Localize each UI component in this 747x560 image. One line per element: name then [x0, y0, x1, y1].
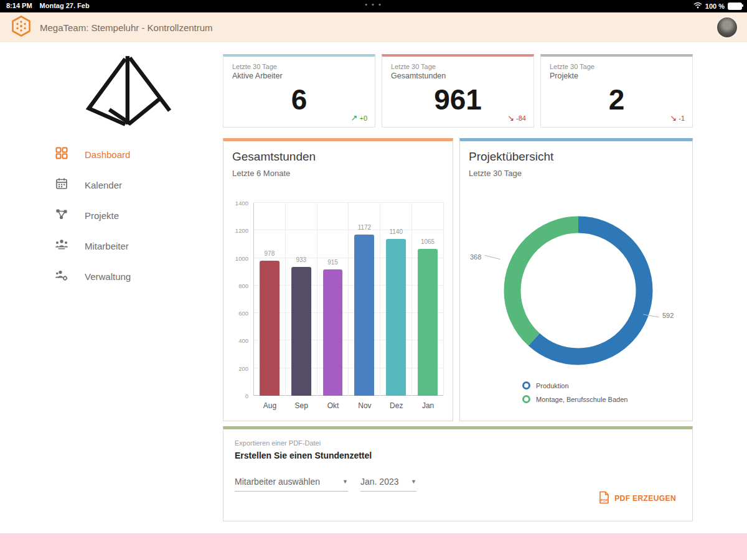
stat-card-period: Letzte 30 Tage — [232, 63, 366, 70]
legend-ring-icon — [522, 381, 530, 390]
bar-value-label: 1172 — [358, 224, 372, 231]
pdf-generate-label: PDF ERZEUGEN — [614, 494, 676, 503]
bar-chart-plot: 978933915117211401065 — [253, 203, 444, 396]
chevron-down-icon: ▼ — [342, 478, 348, 485]
trend: ↗+0 — [351, 114, 367, 122]
bar-x-tick: Dez — [380, 401, 412, 410]
status-time: 8:14 PM — [6, 2, 32, 9]
battery-percent: 100 % — [705, 2, 725, 10]
legend-item: Produktion — [522, 381, 627, 390]
trend-arrow-icon: ↗ — [351, 114, 358, 122]
trend-value: -84 — [516, 114, 526, 122]
legend-label: Montage, Berufsschule Baden — [536, 396, 627, 403]
donut-chart — [490, 202, 667, 379]
sidebar-item-kalender[interactable]: Kalender — [55, 175, 131, 194]
footer-strip — [0, 533, 747, 560]
trend: ↘-84 — [507, 114, 526, 122]
sidebar-item-label: Kalender — [85, 180, 122, 190]
donut-legend: ProduktionMontage, Berufsschule Baden — [522, 381, 627, 403]
bar-x-tick: Okt — [317, 401, 349, 410]
stat-card-value: 961 — [382, 83, 533, 116]
employees-group-icon — [55, 238, 68, 254]
company-logo — [80, 54, 173, 129]
status-date: Montag 27. Feb — [40, 2, 90, 9]
export-panel: Exportieren einer PDF-Datei Erstellen Si… — [223, 426, 693, 521]
app-header: MegaTeam: Stempeluhr - Kontrollzentrum — [0, 12, 747, 42]
legend-ring-icon — [522, 395, 530, 403]
trend-value: -1 — [679, 114, 685, 122]
export-subtitle: Exportieren einer PDF-Datei — [235, 439, 681, 447]
administration-icon — [55, 268, 68, 284]
sidebar-item-verwaltung[interactable]: Verwaltung — [55, 267, 131, 286]
stat-card-value: 6 — [223, 83, 375, 116]
stat-cards-row: Letzte 30 Tage Aktive Arbeiter 6 ↗+0 Let… — [223, 54, 693, 128]
trend-arrow-icon: ↘ — [507, 114, 514, 122]
status-bar: 8:14 PM Montag 27. Feb • • • 100 % — [0, 0, 747, 12]
employee-select[interactable]: Mitarbeiter auswählen ▼ — [235, 477, 348, 492]
bar-value-label: 1140 — [389, 228, 403, 235]
bar — [418, 249, 438, 396]
dashboard-grid-icon — [55, 146, 68, 162]
bar — [386, 239, 406, 396]
sidebar-item-label: Dashboard — [85, 149, 130, 160]
bar-value-label: 978 — [265, 250, 275, 257]
sidebar-item-mitarbeiter[interactable]: Mitarbeiter — [55, 236, 131, 255]
trend-arrow-icon: ↘ — [670, 114, 677, 122]
bar-x-tick: Nov — [349, 401, 380, 410]
sidebar-item-label: Projekte — [85, 210, 119, 221]
donut-chart-title: Projektübersicht — [469, 150, 684, 164]
donut-value-blue: 592 — [662, 312, 674, 319]
projects-network-icon — [55, 207, 68, 223]
trend: ↘-1 — [670, 114, 685, 122]
month-select[interactable]: Jan. 2023 ▼ — [360, 477, 416, 492]
bar-chart-title: Gesamtstunden — [232, 150, 444, 164]
bar-value-label: 1065 — [421, 238, 435, 245]
bar-x-tick: Sep — [286, 401, 317, 410]
donut-value-callout: 592 — [643, 312, 674, 319]
donut-value-callout: 368 — [470, 253, 500, 261]
callout-line — [643, 314, 659, 317]
donut-chart-panel: Projektübersicht Letzte 30 Tage 368 592 … — [459, 138, 693, 421]
bar-column: 933 — [286, 203, 317, 396]
trend-value: +0 — [359, 114, 367, 122]
bar-column: 1065 — [412, 203, 444, 396]
screen: 8:14 PM Montag 27. Feb • • • 100 % MegaT… — [0, 0, 747, 560]
svg-text:PDF: PDF — [601, 498, 609, 502]
pdf-file-icon: PDF — [599, 491, 609, 506]
stat-card: Letzte 30 Tage Gesamtstunden 961 ↘-84 — [382, 54, 534, 128]
multitask-handle-dots: • • • — [365, 1, 382, 8]
bar — [323, 269, 343, 396]
sidebar-nav: Dashboard Kalender Projekte — [55, 145, 131, 286]
stat-card-label: Aktive Arbeiter — [232, 72, 366, 80]
stat-card-label: Gesamtstunden — [391, 72, 525, 80]
app-title: MegaTeam: Stempeluhr - Kontrollzentrum — [40, 22, 213, 33]
month-select-value: Jan. 2023 — [360, 477, 399, 487]
pdf-generate-button[interactable]: PDF PDF ERZEUGEN — [599, 491, 676, 506]
legend-label: Produktion — [536, 382, 569, 390]
sidebar-item-projekte[interactable]: Projekte — [55, 206, 131, 225]
bar-value-label: 933 — [296, 256, 306, 263]
stat-card: Letzte 30 Tage Aktive Arbeiter 6 ↗+0 — [223, 54, 375, 128]
bar-chart-subtitle: Letzte 6 Monate — [232, 169, 444, 178]
bar-x-tick: Aug — [254, 401, 286, 410]
sidebar-item-dashboard[interactable]: Dashboard — [55, 145, 131, 164]
bar-column: 1140 — [380, 203, 412, 396]
user-avatar[interactable] — [716, 16, 738, 39]
sidebar-item-label: Mitarbeiter — [85, 241, 129, 251]
battery-icon — [728, 2, 742, 10]
bar-column: 1172 — [349, 203, 380, 396]
bar — [291, 267, 311, 396]
employee-select-value: Mitarbeiter auswählen — [235, 477, 320, 487]
export-title: Erstellen Sie einen Stundenzettel — [235, 450, 681, 460]
bar — [260, 261, 280, 396]
bar-chart-xaxis: AugSepOktNovDezJan — [254, 401, 444, 410]
bar-column: 978 — [254, 203, 286, 396]
wifi-icon — [693, 2, 702, 10]
stat-card-period: Letzte 30 Tage — [391, 63, 525, 70]
donut-chart-subtitle: Letzte 30 Tage — [469, 169, 684, 178]
stat-card: Letzte 30 Tage Projekte 2 ↘-1 — [540, 54, 693, 128]
stat-card-label: Projekte — [550, 72, 684, 80]
stat-card-value: 2 — [541, 83, 692, 116]
stat-card-period: Letzte 30 Tage — [550, 63, 684, 70]
bar-chart-panel: Gesamtstunden Letzte 6 Monate 0200400600… — [223, 138, 453, 421]
